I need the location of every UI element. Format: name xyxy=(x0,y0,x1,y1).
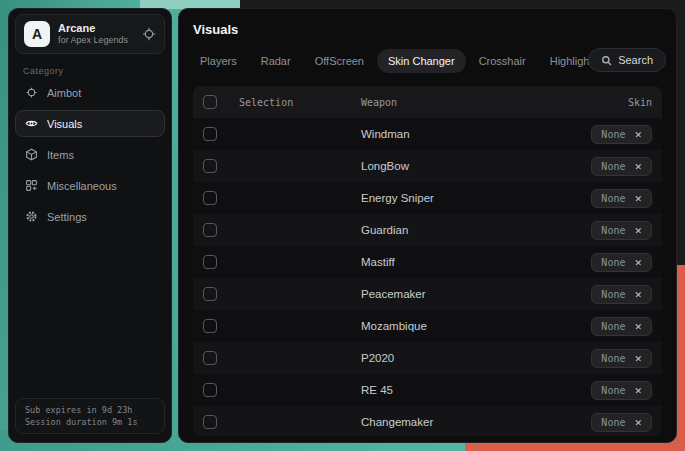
clear-skin-icon[interactable]: ✕ xyxy=(634,130,642,140)
skin-table: Selection Weapon Skin Windman None ✕ Lon… xyxy=(193,86,662,436)
sidebar-item-items[interactable]: Items xyxy=(15,141,165,168)
weapon-name: Windman xyxy=(361,128,591,140)
skin-select[interactable]: None ✕ xyxy=(591,317,652,336)
skin-select[interactable]: None ✕ xyxy=(591,285,652,304)
table-row: LongBow None ✕ xyxy=(193,150,662,182)
main-panel: Visuals Players Radar OffScreen Skin Cha… xyxy=(178,8,677,443)
app-logo: A xyxy=(24,21,50,47)
app-subtitle: for Apex Legends xyxy=(58,35,134,46)
eye-icon xyxy=(25,117,38,130)
column-header-skin: Skin xyxy=(628,97,652,108)
clear-skin-icon[interactable]: ✕ xyxy=(634,226,642,236)
weapon-name: Peacemaker xyxy=(361,288,591,300)
sub-expires-text: Sub expires in 9d 23h xyxy=(25,405,155,415)
cube-icon xyxy=(25,148,38,161)
skin-value: None xyxy=(601,161,625,172)
target-icon[interactable] xyxy=(142,27,156,41)
tab-skin-changer[interactable]: Skin Changer xyxy=(377,49,466,73)
clear-skin-icon[interactable]: ✕ xyxy=(634,162,642,172)
search-button[interactable]: Search xyxy=(588,48,666,72)
clear-skin-icon[interactable]: ✕ xyxy=(634,386,642,396)
app-header-card: A Arcane for Apex Legends xyxy=(15,14,165,54)
weapon-name: Mastiff xyxy=(361,256,591,268)
search-button-label: Search xyxy=(618,54,653,66)
skin-value: None xyxy=(601,257,625,268)
row-checkbox[interactable] xyxy=(203,223,217,237)
skin-value: None xyxy=(601,225,625,236)
weapon-name: P2020 xyxy=(361,352,591,364)
table-row: Changemaker None ✕ xyxy=(193,406,662,436)
table-row: Mastiff None ✕ xyxy=(193,246,662,278)
skin-select[interactable]: None ✕ xyxy=(591,349,652,368)
sidebar-item-label: Miscellaneous xyxy=(47,180,117,192)
table-row: Windman None ✕ xyxy=(193,118,662,150)
search-icon xyxy=(601,55,612,66)
clear-skin-icon[interactable]: ✕ xyxy=(634,290,642,300)
tab-offscreen[interactable]: OffScreen xyxy=(304,49,375,73)
row-checkbox[interactable] xyxy=(203,255,217,269)
skin-value: None xyxy=(601,417,625,428)
row-checkbox[interactable] xyxy=(203,319,217,333)
subscription-card: Sub expires in 9d 23h Session duration 9… xyxy=(15,398,165,434)
row-checkbox[interactable] xyxy=(203,191,217,205)
session-duration-text: Session duration 9m 1s xyxy=(25,417,155,427)
category-label: Category xyxy=(23,66,64,76)
row-checkbox[interactable] xyxy=(203,351,217,365)
row-checkbox[interactable] xyxy=(203,159,217,173)
table-row: RE 45 None ✕ xyxy=(193,374,662,406)
sidebar-item-label: Settings xyxy=(47,211,87,223)
crosshair-icon xyxy=(25,86,38,99)
weapon-name: Changemaker xyxy=(361,416,591,428)
row-checkbox[interactable] xyxy=(203,415,217,429)
weapon-name: Guardian xyxy=(361,224,591,236)
skin-value: None xyxy=(601,353,625,364)
sidebar-item-miscellaneous[interactable]: Miscellaneous xyxy=(15,172,165,199)
table-row: Energy Sniper None ✕ xyxy=(193,182,662,214)
skin-select[interactable]: None ✕ xyxy=(591,189,652,208)
sidebar: A Arcane for Apex Legends Category Aimbo… xyxy=(8,8,172,443)
sidebar-item-aimbot[interactable]: Aimbot xyxy=(15,79,165,106)
sidebar-item-visuals[interactable]: Visuals xyxy=(15,110,165,137)
clear-skin-icon[interactable]: ✕ xyxy=(634,194,642,204)
sidebar-item-label: Items xyxy=(47,149,74,161)
table-row: Peacemaker None ✕ xyxy=(193,278,662,310)
weapon-name: LongBow xyxy=(361,160,591,172)
app-titles: Arcane for Apex Legends xyxy=(58,22,134,47)
skin-value: None xyxy=(601,321,625,332)
skin-value: None xyxy=(601,289,625,300)
weapon-name: Mozambique xyxy=(361,320,591,332)
table-row: P2020 None ✕ xyxy=(193,342,662,374)
skin-value: None xyxy=(601,129,625,140)
table-row: Guardian None ✕ xyxy=(193,214,662,246)
column-header-weapon: Weapon xyxy=(361,97,628,108)
sidebar-item-label: Aimbot xyxy=(47,87,81,99)
tab-players[interactable]: Players xyxy=(189,49,248,73)
gear-icon xyxy=(25,210,38,223)
skin-select[interactable]: None ✕ xyxy=(591,413,652,432)
skin-value: None xyxy=(601,385,625,396)
clear-skin-icon[interactable]: ✕ xyxy=(634,258,642,268)
clear-skin-icon[interactable]: ✕ xyxy=(634,322,642,332)
table-row: Mozambique None ✕ xyxy=(193,310,662,342)
sidebar-item-label: Visuals xyxy=(47,118,82,130)
skin-select[interactable]: None ✕ xyxy=(591,125,652,144)
tab-crosshair[interactable]: Crosshair xyxy=(468,49,537,73)
table-header-row: Selection Weapon Skin xyxy=(193,86,662,118)
select-all-checkbox[interactable] xyxy=(203,95,217,109)
sidebar-item-settings[interactable]: Settings xyxy=(15,203,165,230)
app-name: Arcane xyxy=(58,22,134,36)
row-checkbox[interactable] xyxy=(203,287,217,301)
weapon-name: Energy Sniper xyxy=(361,192,591,204)
skin-select[interactable]: None ✕ xyxy=(591,157,652,176)
weapon-name: RE 45 xyxy=(361,384,591,396)
row-checkbox[interactable] xyxy=(203,383,217,397)
skin-select[interactable]: None ✕ xyxy=(591,221,652,240)
clear-skin-icon[interactable]: ✕ xyxy=(634,418,642,428)
skin-select[interactable]: None ✕ xyxy=(591,253,652,272)
skin-select[interactable]: None ✕ xyxy=(591,381,652,400)
clear-skin-icon[interactable]: ✕ xyxy=(634,354,642,364)
skin-value: None xyxy=(601,193,625,204)
tab-radar[interactable]: Radar xyxy=(250,49,302,73)
tiles-icon xyxy=(25,179,38,192)
row-checkbox[interactable] xyxy=(203,127,217,141)
